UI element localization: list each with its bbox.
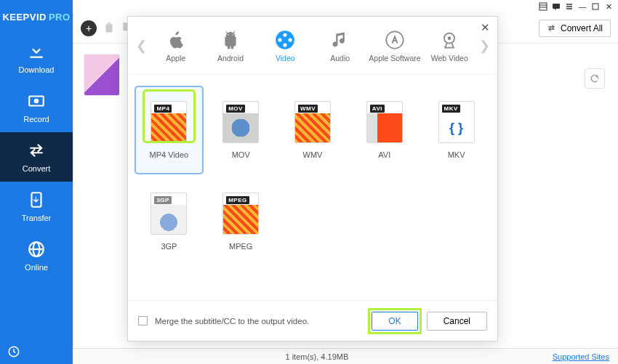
maximize-button[interactable] xyxy=(590,1,601,12)
format-grid: MP4MP4 VideoMOVMOVWMVWMVAVIAVIMKV{ }MKV3… xyxy=(128,75,497,300)
format-tag: MOV xyxy=(226,105,245,113)
category-label: Android xyxy=(217,54,244,62)
minimize-button[interactable]: — xyxy=(577,1,587,12)
video-icon xyxy=(274,29,296,51)
category-label: Apple xyxy=(166,54,185,62)
format-label: MPEG xyxy=(229,242,252,251)
sidebar-item-label: Download xyxy=(19,65,55,74)
trash-icon xyxy=(103,20,116,36)
sidebar-item-record[interactable]: Record xyxy=(0,83,73,132)
sidebar: KEEPVID PRO Download Record Convert Tran… xyxy=(0,0,73,364)
appstore-icon xyxy=(384,29,406,51)
format-label: MKV xyxy=(448,150,465,159)
video-thumbnail[interactable] xyxy=(84,54,120,96)
format-icon: MKV{ } xyxy=(438,101,475,143)
supported-sites-link[interactable]: Supported Sites xyxy=(553,352,609,361)
add-button[interactable]: + xyxy=(81,20,97,36)
format-tag: AVI xyxy=(370,105,385,113)
ok-highlight: OK xyxy=(370,310,419,332)
audio-icon xyxy=(329,29,351,51)
svg-point-22 xyxy=(386,31,403,48)
format-label: AVI xyxy=(378,150,390,159)
webvideo-icon xyxy=(438,29,460,51)
format-avi[interactable]: AVIAVI xyxy=(350,86,418,174)
menu-icon[interactable] xyxy=(538,1,548,12)
history-icon[interactable] xyxy=(7,345,20,358)
format-tag: MPEG xyxy=(226,196,249,204)
svg-point-21 xyxy=(278,38,282,41)
android-icon xyxy=(220,29,241,51)
apple-icon xyxy=(165,29,187,51)
modal-footer: Merge the subtitle/CC to the output vide… xyxy=(128,300,497,341)
convert-all-label: Convert All xyxy=(561,23,603,33)
svg-rect-0 xyxy=(539,3,547,10)
format-icon: MP4 xyxy=(151,101,187,143)
sidebar-item-download[interactable]: Download xyxy=(0,33,73,83)
svg-point-18 xyxy=(284,33,287,36)
category-label: Audio xyxy=(330,54,350,62)
format-label: 3GP xyxy=(161,242,177,251)
status-text: 1 item(s), 4.19MB xyxy=(81,352,553,361)
format-tag: MKV xyxy=(442,105,460,113)
chat-icon[interactable] xyxy=(551,1,561,12)
category-web-video[interactable]: Web Video xyxy=(423,29,475,62)
merge-label: Merge the subtitle/CC to the output vide… xyxy=(155,317,363,325)
format-3gp[interactable]: 3GP3GP xyxy=(135,178,203,265)
sidebar-item-label: Online xyxy=(25,263,48,272)
category-prev-button[interactable]: ❮ xyxy=(134,38,148,54)
sidebar-item-convert[interactable]: Convert xyxy=(0,132,73,182)
category-apple-software[interactable]: Apple Software xyxy=(369,29,421,62)
titlebar: — ✕ xyxy=(0,0,618,13)
format-label: MP4 Video xyxy=(150,150,189,159)
category-label: Video xyxy=(276,54,295,62)
sidebar-item-label: Record xyxy=(23,115,49,124)
sidebar-item-online[interactable]: Online xyxy=(0,231,73,280)
merge-checkbox[interactable] xyxy=(138,316,148,325)
format-tag: 3GP xyxy=(154,196,172,204)
close-button[interactable]: ✕ xyxy=(603,1,614,12)
svg-point-15 xyxy=(228,34,228,35)
cancel-button[interactable]: Cancel xyxy=(427,312,487,331)
format-modal: ✕ ❮ Apple Android Video Audio Apple Soft xyxy=(127,16,498,341)
refresh-button[interactable] xyxy=(585,68,605,89)
record-icon xyxy=(27,92,46,110)
format-tag: MP4 xyxy=(154,105,172,113)
hamburger-icon[interactable] xyxy=(564,1,574,12)
globe-icon xyxy=(27,240,46,259)
format-mpeg[interactable]: MPEGMPEG xyxy=(207,178,275,265)
category-row: ❮ Apple Android Video Audio Apple Softwa… xyxy=(128,17,497,75)
format-mp4[interactable]: MP4MP4 Video xyxy=(135,86,203,174)
convert-all-button[interactable]: Convert All xyxy=(539,20,611,37)
category-label: Web Video xyxy=(431,54,468,62)
app-logo: KEEPVID PRO xyxy=(0,0,73,33)
sidebar-item-label: Transfer xyxy=(22,214,52,222)
format-label: WMV xyxy=(303,150,323,159)
statusbar: 1 item(s), 4.19MB Supported Sites xyxy=(73,348,618,364)
convert-icon xyxy=(27,141,46,160)
category-audio[interactable]: Audio xyxy=(314,29,366,62)
format-icon: MPEG xyxy=(222,193,259,235)
format-icon: 3GP xyxy=(151,193,187,235)
svg-point-16 xyxy=(232,34,233,35)
download-icon xyxy=(27,42,46,61)
format-icon: MOV xyxy=(222,101,259,143)
brand-name: KEEPVID xyxy=(2,12,47,23)
format-mkv[interactable]: MKV{ }MKV xyxy=(422,86,490,174)
svg-rect-3 xyxy=(553,4,560,9)
sidebar-item-transfer[interactable]: Transfer xyxy=(0,182,73,231)
format-mov[interactable]: MOVMOV xyxy=(207,86,275,174)
svg-point-9 xyxy=(34,99,39,104)
category-label: Apple Software xyxy=(369,54,420,62)
category-video[interactable]: Video xyxy=(259,29,311,62)
category-apple[interactable]: Apple xyxy=(150,29,202,62)
category-next-button[interactable]: ❯ xyxy=(477,38,491,54)
format-label: MOV xyxy=(232,150,250,159)
ok-button[interactable]: OK xyxy=(372,312,417,331)
transfer-icon xyxy=(27,190,46,209)
format-icon: AVI xyxy=(366,101,403,143)
format-wmv[interactable]: WMVWMV xyxy=(279,86,347,174)
category-android[interactable]: Android xyxy=(204,29,257,62)
svg-point-20 xyxy=(284,43,287,46)
format-tag: WMV xyxy=(298,105,318,113)
sidebar-item-label: Convert xyxy=(23,164,51,173)
